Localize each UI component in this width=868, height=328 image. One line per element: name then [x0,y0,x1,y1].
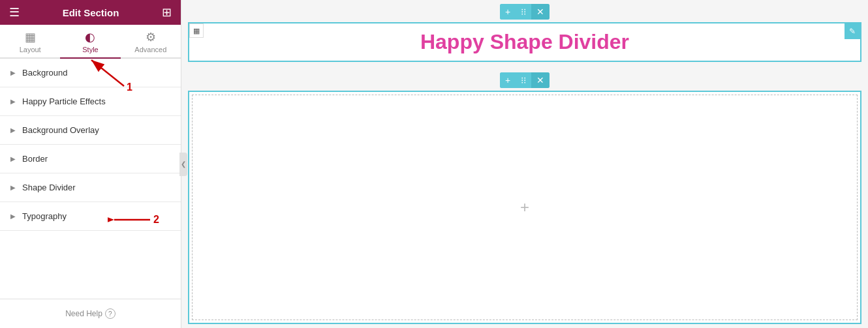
arrow-icon-bg-overlay: ▶ [10,127,16,134]
tab-layout-label: Layout [20,46,41,53]
section2-add-button[interactable]: + [500,72,516,88]
panel-item-shape-divider-label: Shape Divider [22,183,76,192]
arrow-icon-typography: ▶ [10,213,16,220]
panel-item-bg-overlay-label: Background Overlay [22,125,99,135]
panel-item-border[interactable]: ▶ Border [0,145,181,173]
panel-item-shape-divider[interactable]: ▶ Shape Divider [0,173,181,202]
section1-add-button[interactable]: + [500,4,516,20]
section1-wrapper: ▦ Happy Shape Divider ✎ [188,22,861,62]
section1-toolbar-group: + ⁝⁝ ✕ [500,4,550,20]
tab-advanced[interactable]: ⚙ Advanced [121,25,181,59]
help-icon[interactable]: ? [105,308,116,319]
main-content: + ⁝⁝ ✕ ▦ Happy Shape Divider ✎ + ⁝⁝ ✕ + [181,0,868,328]
section2-add-icon[interactable]: + [520,198,529,216]
hamburger-icon[interactable]: ☰ [9,5,20,20]
need-help-label: Need Help [65,309,102,318]
section1-close-button[interactable]: ✕ [531,4,550,20]
arrow-icon-shape-divider: ▶ [10,184,16,191]
panel-tabs: ▦ Layout ◐ Style ⚙ Advanced [0,25,181,59]
arrow-icon-background: ▶ [10,69,16,76]
arrow-icon-border: ▶ [10,155,16,162]
arrow-icon-happy-particle: ▶ [10,98,16,105]
panel-item-typography-label: Typography [22,211,67,221]
section-col-icon: ▦ [189,23,204,38]
section2-wrapper: + [188,91,861,324]
collapse-handle[interactable]: ❮ [179,153,187,176]
left-panel: ☰ Edit Section ⊞ ▦ Layout ◐ Style ⚙ Adva… [0,0,181,328]
tab-layout[interactable]: ▦ Layout [0,25,60,59]
layout-icon: ▦ [25,30,36,44]
section2-move-button[interactable]: ⁝⁝ [516,72,531,88]
section2-toolbar-row: + ⁝⁝ ✕ [181,68,868,91]
style-icon: ◐ [85,30,95,44]
panel-item-border-label: Border [22,154,48,164]
panel-item-happy-particle-effects[interactable]: ▶ Happy Particle Effects [0,87,181,116]
tab-advanced-label: Advanced [134,46,166,53]
panel-items: ▶ Background ▶ Happy Particle Effects ▶ … [0,59,181,299]
panel-title: Edit Section [63,7,119,18]
section2-dashed-area: + [192,95,858,320]
section1-heading-container: Happy Shape Divider [189,23,860,61]
section1-heading: Happy Shape Divider [209,30,841,54]
panel-footer: Need Help ? [0,299,181,328]
section1-edit-button[interactable]: ✎ [845,23,860,39]
section1-move-button[interactable]: ⁝⁝ [516,4,531,20]
panel-item-background-label: Background [22,68,67,78]
section2-close-button[interactable]: ✕ [531,72,550,88]
section2-toolbar-group: + ⁝⁝ ✕ [500,72,550,88]
panel-header: ☰ Edit Section ⊞ [0,0,181,25]
panel-item-typography[interactable]: ▶ Typography [0,202,181,231]
panel-item-background[interactable]: ▶ Background [0,59,181,87]
section1-toolbar-row: + ⁝⁝ ✕ [181,0,868,22]
panel-item-background-overlay[interactable]: ▶ Background Overlay [0,116,181,145]
tab-style[interactable]: ◐ Style [60,25,120,59]
tab-style-label: Style [82,46,98,53]
panel-item-happy-particle-label: Happy Particle Effects [22,97,106,106]
grid-icon[interactable]: ⊞ [162,5,172,20]
gear-icon: ⚙ [146,30,156,44]
